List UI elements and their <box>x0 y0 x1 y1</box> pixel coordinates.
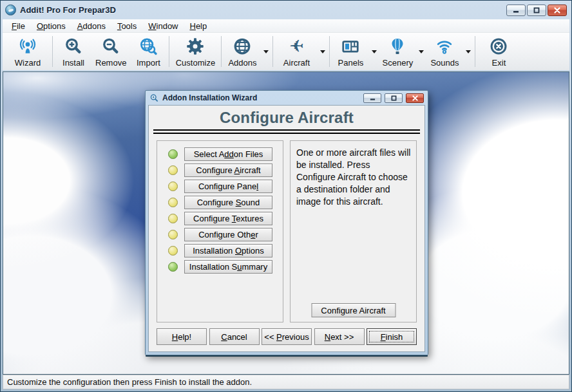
menu-addons[interactable]: Addons <box>72 20 111 32</box>
status-dot <box>168 262 178 272</box>
dropdown-arrow-icon <box>466 50 471 53</box>
toolbar-exit-button[interactable]: Exit <box>477 34 520 69</box>
panels-dropdown-button[interactable] <box>369 34 379 69</box>
dialog-close-button[interactable] <box>406 93 424 103</box>
status-dot <box>168 198 178 207</box>
dropdown-arrow-icon <box>419 50 424 53</box>
sounds-wifi-icon <box>435 37 454 56</box>
status-dot <box>168 246 178 256</box>
toolbar-separator <box>221 36 222 67</box>
previous-button[interactable]: << Previous <box>262 328 312 345</box>
aircraft-icon: ✈ <box>289 37 304 56</box>
minimize-icon <box>512 7 520 14</box>
toolbar-wizard-button[interactable]: Wizard <box>5 34 50 69</box>
configure-aircraft-action-button[interactable]: Configure Aircraft <box>311 303 396 317</box>
toolbar-addons-button[interactable]: Addons <box>224 34 261 69</box>
toolbar-remove-button[interactable]: Remove <box>92 34 129 69</box>
steps-panel: Select Addon Files Configure Aircraft Co… <box>157 140 283 322</box>
step-row: Configure Aircraft <box>157 162 283 178</box>
toolbar-label: Remove <box>95 58 126 68</box>
dialog-minimize-button[interactable] <box>363 93 381 103</box>
window-title: Addit! Pro For Prepar3D <box>20 5 116 15</box>
restore-icon <box>390 95 397 101</box>
sounds-dropdown-button[interactable] <box>463 34 473 69</box>
toolbar-aircraft-button[interactable]: ✈ Aircraft <box>275 34 318 69</box>
configure-other-button[interactable]: Configure Other <box>184 228 272 241</box>
main-window: Addit! Pro For Prepar3D File Options Add… <box>0 0 572 392</box>
toolbar-label: Install <box>62 58 84 68</box>
configure-textures-button[interactable]: Configure Textures <box>184 212 272 225</box>
step-row: Configure Textures <box>157 210 283 227</box>
status-dot <box>168 149 178 159</box>
restore-button[interactable] <box>527 5 546 16</box>
toolbar-scenery-button[interactable]: Scenery <box>379 34 416 69</box>
dialog-restore-button[interactable] <box>385 93 403 103</box>
titlebar: Addit! Pro For Prepar3D <box>1 1 571 19</box>
toolbar-install-button[interactable]: Install <box>55 34 92 69</box>
exit-icon <box>489 37 508 56</box>
menu-window[interactable]: Window <box>142 20 184 32</box>
dialog-title: Addon Installation Wizard <box>162 93 360 102</box>
select-addon-files-button[interactable]: Select Addon Files <box>184 147 272 161</box>
toolbar-separator <box>169 36 169 67</box>
menubar: File Options Addons Tools Window Help <box>3 19 569 33</box>
configure-aircraft-step-button[interactable]: Configure Aircraft <box>184 163 272 177</box>
dropdown-arrow-icon <box>320 50 325 53</box>
minimize-icon <box>369 95 376 101</box>
menu-help[interactable]: Help <box>184 20 213 32</box>
toolbar-label: Exit <box>492 58 506 68</box>
menu-file[interactable]: File <box>6 20 31 32</box>
close-icon <box>412 95 419 101</box>
minimize-button[interactable] <box>506 5 526 16</box>
remove-icon <box>101 37 120 56</box>
dialog-body: Configure Aircraft Select Addon Files Co… <box>148 105 425 352</box>
menu-tools[interactable]: Tools <box>111 20 142 32</box>
scenery-dropdown-button[interactable] <box>416 34 426 69</box>
scenery-balloon-icon <box>388 37 407 56</box>
toolbar-label: Wizard <box>15 58 41 68</box>
customize-icon <box>186 37 205 56</box>
installation-options-button[interactable]: Installation Options <box>184 244 272 257</box>
wizard-icon <box>18 37 37 56</box>
toolbar-label: Sounds <box>430 58 459 68</box>
import-icon <box>138 37 158 56</box>
toolbar-label: Import <box>137 58 160 68</box>
step-row: Configure Sound <box>157 194 283 210</box>
finish-button[interactable]: Finish <box>367 328 417 345</box>
aircraft-dropdown-button[interactable] <box>318 34 327 69</box>
dropdown-arrow-icon <box>263 50 269 53</box>
configure-panel-button[interactable]: Configure Panel <box>184 180 272 193</box>
toolbar-panels-button[interactable]: Panels <box>332 34 369 69</box>
step-row: Select Addon Files <box>157 146 283 162</box>
toolbar-customize-button[interactable]: Customize <box>171 34 219 69</box>
status-dot <box>168 165 178 175</box>
help-button[interactable]: Help! <box>157 328 207 345</box>
cancel-button[interactable]: Cancel <box>209 328 260 345</box>
info-text: One or more aircraft files will be insta… <box>291 141 416 208</box>
addons-dropdown-button[interactable] <box>261 34 271 69</box>
next-button[interactable]: Next >> <box>314 328 365 345</box>
info-panel: One or more aircraft files will be insta… <box>290 140 417 322</box>
menu-options[interactable]: Options <box>31 20 72 32</box>
status-dot <box>168 230 178 239</box>
close-button[interactable] <box>548 5 567 16</box>
status-dot <box>168 182 178 191</box>
toolbar-import-button[interactable]: Import <box>129 34 167 69</box>
dialog-footer: Help! Cancel << Previous Next >> Finish <box>157 328 417 345</box>
configure-sound-button[interactable]: Configure Sound <box>184 196 272 209</box>
app-icon <box>5 5 16 15</box>
dropdown-arrow-icon <box>372 50 377 53</box>
toolbar-sounds-button[interactable]: Sounds <box>426 34 463 69</box>
status-text: Customize the configuration then press F… <box>7 377 252 387</box>
restore-icon <box>533 7 540 14</box>
dialog-heading: Configure Aircraft <box>149 109 424 127</box>
installation-summary-button[interactable]: Installation Summary <box>184 260 272 274</box>
addon-installation-wizard-dialog: Addon Installation Wizard Configure Airc… <box>145 90 428 355</box>
toolbar-label: Aircraft <box>283 58 310 68</box>
panels-icon <box>341 37 360 56</box>
toolbar-separator <box>52 36 53 67</box>
toolbar-separator <box>329 36 330 67</box>
step-row: Configure Other <box>157 227 283 243</box>
addons-globe-icon <box>233 37 252 56</box>
toolbar-label: Addons <box>228 58 256 68</box>
